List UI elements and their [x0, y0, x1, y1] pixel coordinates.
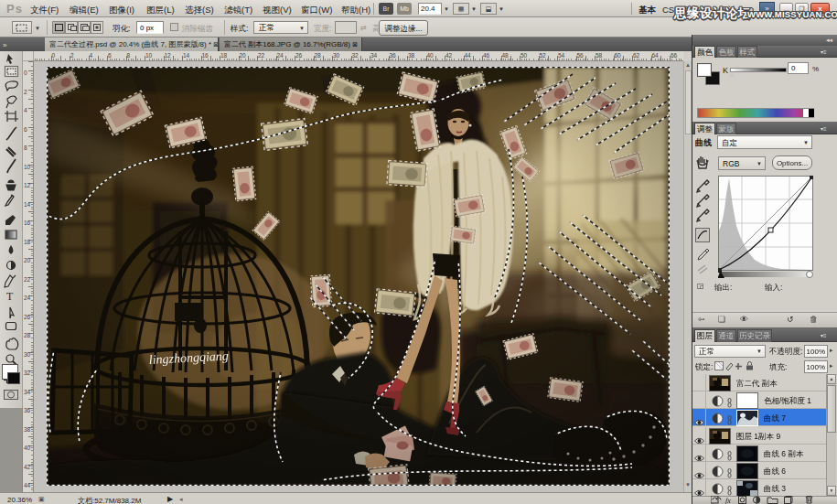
svg-text:fx: fx	[725, 497, 731, 504]
svg-text:T: T	[6, 290, 14, 303]
